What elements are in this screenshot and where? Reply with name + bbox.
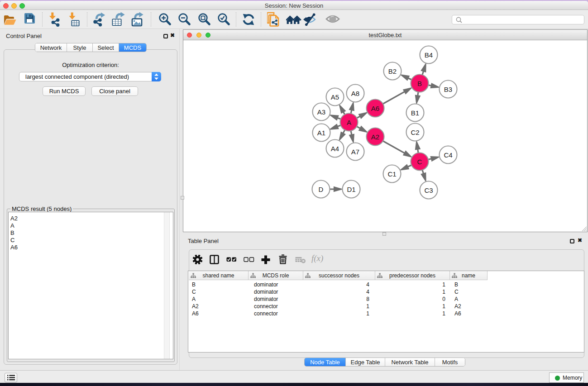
svg-text:A5: A5: [331, 93, 339, 101]
svg-text:D: D: [319, 186, 324, 193]
svg-text:A1: A1: [317, 129, 325, 137]
svg-text:B: B: [417, 80, 422, 87]
svg-text:C: C: [417, 158, 422, 166]
svg-text:B2: B2: [388, 67, 397, 75]
svg-text:A3: A3: [317, 108, 325, 116]
svg-text:C2: C2: [411, 129, 419, 136]
svg-text:C3: C3: [424, 186, 433, 194]
svg-text:C1: C1: [387, 170, 396, 178]
svg-text:A8: A8: [351, 90, 359, 97]
svg-text:D1: D1: [347, 186, 355, 193]
svg-text:B1: B1: [411, 109, 419, 117]
svg-text:B4: B4: [425, 51, 433, 59]
svg-text:A2: A2: [371, 133, 379, 141]
svg-text:A4: A4: [331, 145, 339, 152]
svg-text:C4: C4: [444, 151, 452, 159]
svg-text:B3: B3: [444, 86, 452, 93]
svg-text:A6: A6: [371, 105, 379, 112]
svg-text:A: A: [347, 119, 351, 126]
svg-text:A7: A7: [351, 148, 359, 156]
